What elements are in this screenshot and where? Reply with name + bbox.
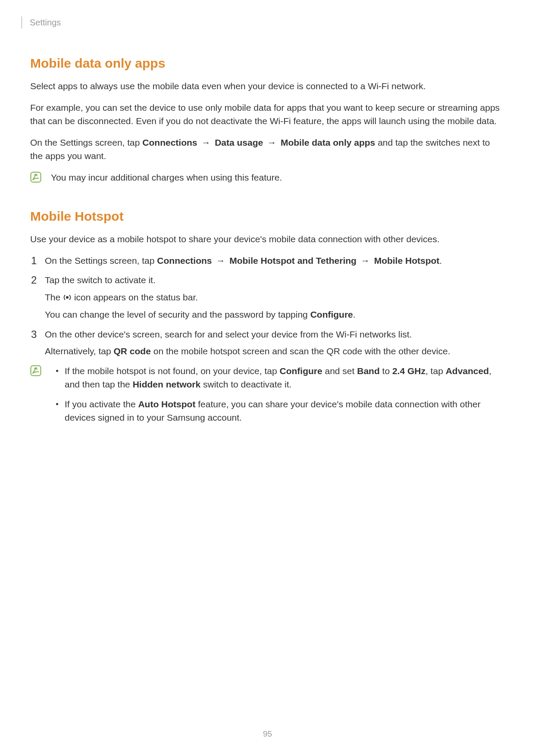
list-item: If you activate the Auto Hotspot feature… [53, 397, 505, 425]
step-line: On the other device's screen, search for… [45, 328, 505, 341]
text: If you activate the [65, 399, 138, 409]
heading-mobile-data-only-apps: Mobile data only apps [30, 56, 505, 71]
bold-term: 2.4 GHz [392, 366, 425, 376]
note-row: You may incur additional charges when us… [30, 171, 505, 184]
tips-block: If the mobile hotspot is not found, on y… [30, 364, 505, 431]
text: The [45, 292, 63, 302]
path-item: Mobile Hotspot [374, 256, 440, 266]
arrow-icon: → [214, 254, 227, 268]
note-icon [30, 365, 41, 376]
step-item: On the other device's screen, search for… [30, 328, 505, 358]
list-item: If the mobile hotspot is not found, on y… [53, 364, 505, 391]
text: . [439, 256, 442, 266]
text: On the Settings screen, tap [30, 137, 142, 147]
header-section-label: Settings [30, 18, 61, 28]
path-item: Connections [142, 137, 197, 147]
page-header: Settings [22, 16, 505, 28]
path-item: Mobile Hotspot and Tethering [229, 256, 357, 266]
text: You can change the level of security and… [45, 309, 310, 319]
paragraph-navigation-path: On the Settings screen, tap Connections … [30, 136, 505, 163]
note-text: You may incur additional charges when us… [51, 171, 282, 184]
bold-term: Configure [279, 366, 322, 376]
path-item: Connections [157, 256, 212, 266]
step-line: You can change the level of security and… [45, 308, 505, 322]
text: , tap [425, 366, 446, 376]
step-item: Tap the switch to activate it. The icon … [30, 273, 505, 322]
text: . [353, 309, 356, 319]
manual-page: Settings Mobile data only apps Select ap… [0, 0, 535, 756]
paragraph: Use your device as a mobile hotspot to s… [30, 232, 505, 246]
text: On the Settings screen, tap [45, 256, 157, 266]
bold-term: Auto Hotspot [138, 399, 195, 409]
text: switch to deactivate it. [203, 379, 291, 389]
step-item: On the Settings screen, tap Connections … [30, 254, 505, 268]
bold-term: Configure [310, 309, 353, 319]
text: and set [325, 366, 357, 376]
step-line: Alternatively, tap QR code on the mobile… [45, 344, 505, 358]
text: icon appears on the status bar. [74, 292, 198, 302]
path-item: Data usage [215, 137, 263, 147]
bold-term: QR code [114, 346, 151, 356]
arrow-icon: → [359, 254, 372, 268]
step-line: The icon appears on the status bar. [45, 291, 505, 306]
hotspot-icon [63, 292, 72, 306]
page-number: 95 [0, 729, 535, 739]
note-icon [30, 172, 41, 183]
step-line: Tap the switch to activate it. [45, 273, 505, 287]
arrow-icon: → [266, 136, 278, 150]
paragraph: Select apps to always use the mobile dat… [30, 79, 505, 93]
heading-mobile-hotspot: Mobile Hotspot [30, 209, 505, 224]
arrow-icon: → [200, 136, 212, 150]
paragraph: For example, you can set the device to u… [30, 101, 505, 128]
ordered-steps: On the Settings screen, tap Connections … [30, 254, 505, 358]
svg-rect-0 [31, 172, 41, 182]
bold-term: Advanced [446, 366, 489, 376]
text: If the mobile hotspot is not found, on y… [65, 366, 279, 376]
tips-list: If the mobile hotspot is not found, on y… [51, 364, 505, 431]
path-item: Mobile data only apps [281, 137, 375, 147]
text: Alternatively, tap [45, 346, 114, 356]
svg-rect-2 [31, 366, 41, 375]
text: to [382, 366, 392, 376]
header-rule-icon [22, 16, 22, 28]
svg-point-1 [66, 296, 69, 299]
bold-term: Hidden network [133, 379, 201, 389]
text: on the mobile hotspot screen and scan th… [153, 346, 451, 356]
bold-term: Band [357, 366, 380, 376]
